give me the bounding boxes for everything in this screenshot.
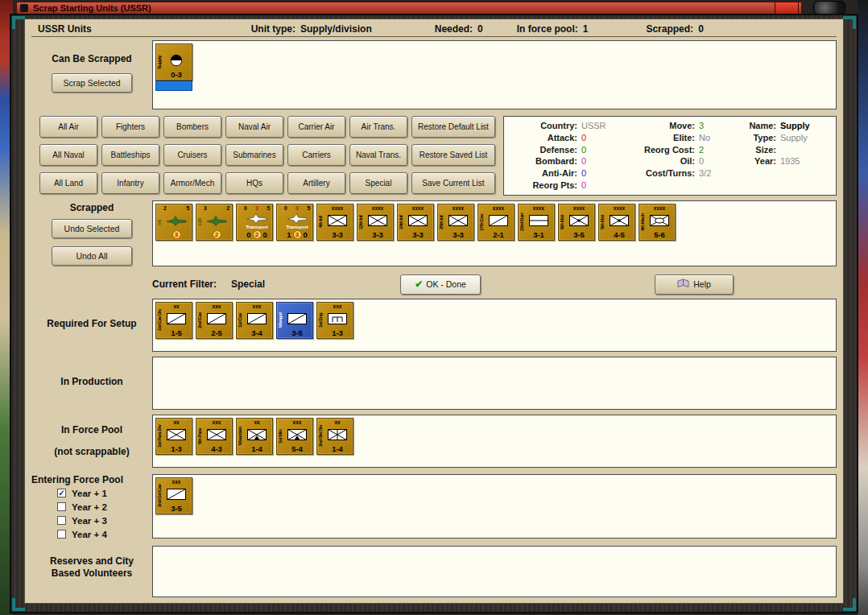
unit-14th-inf[interactable]: 14th Infxxxx3-3 [397, 204, 434, 241]
filter-button-infantry[interactable]: Infantry [101, 172, 159, 194]
unit-transport[interactable]: 035Transport130 [276, 204, 313, 241]
filter-button-all-land[interactable]: All Land [39, 172, 97, 194]
unit-counter[interactable]: 25th Infxxxx3-3 [437, 204, 474, 241]
checkbox-year-3[interactable]: Year + 3 [57, 514, 107, 527]
unit-counter[interactable]: 2nd Cavxxx2-5 [196, 302, 233, 339]
unit-counter[interactable]: 1st Engxxx1-3 [316, 302, 353, 339]
strength-badge: 3 [293, 230, 302, 239]
unit-counter[interactable]: 1st Mtnxxx5-4 [276, 418, 313, 455]
unit-counter[interactable]: 5th Motxxxx4-5 [598, 204, 635, 241]
unit-2nd-cav[interactable]: 2nd Cavxxx2-5 [196, 302, 233, 339]
unit-4th-inf[interactable]: 4th Infxxxx3-3 [316, 204, 353, 241]
filter-button-bombers[interactable]: Bombers [163, 116, 221, 138]
unit-mountain[interactable]: Mountainxx1-4 [236, 418, 273, 455]
unit-i-15[interactable]: I-15322 [196, 204, 233, 241]
checkbox-year-4[interactable]: Year + 4 [57, 527, 107, 541]
unit-17th-cav[interactable]: 17th Cavxxxx2-1 [477, 204, 515, 241]
unit-counter[interactable]: 4th Mechxxxx5-6 [639, 204, 676, 241]
unit-strength: 1-5 [171, 328, 182, 337]
unit-counter[interactable]: 23rd Garrxxxx3-1 [518, 204, 555, 241]
window-menu-icon[interactable] [20, 4, 28, 12]
unit-counter[interactable]: 1st Para Divxx1-3 [155, 418, 192, 455]
unit-counter[interactable]: Supply0-3 [155, 43, 192, 80]
unit-counter[interactable]: 1st Cav Divxx1-5 [155, 302, 192, 339]
unit-6th-mot[interactable]: 6th Motxxxx3-5 [558, 204, 595, 241]
unit-i-5[interactable]: I-5253 [155, 204, 192, 241]
transport-symbol-icon [283, 212, 311, 225]
unit-1st-para-div[interactable]: 1st Para Divxx1-3 [155, 418, 192, 455]
checkbox-box[interactable] [57, 530, 66, 539]
unit-counter[interactable]: 12th Infxxxx3-3 [357, 204, 394, 241]
filter-button-hqs[interactable]: HQs [225, 172, 283, 194]
checkbox-box[interactable] [57, 516, 66, 525]
info-label: Move: [615, 120, 695, 132]
checkbox-box[interactable]: ✓ [57, 489, 66, 497]
unit-5th-para[interactable]: 5th Paraxxx4-3 [196, 418, 233, 455]
unit-counter[interactable]: Mountainxx1-4 [236, 418, 273, 455]
unit-counter[interactable]: 2nd Ski Divxx1-4 [316, 418, 353, 455]
filter-button-naval-trans[interactable]: Naval Trans. [349, 144, 407, 166]
filter-button-armor-mech[interactable]: Armor/Mech [163, 172, 221, 194]
filter-button-naval-air[interactable]: Naval Air [225, 116, 283, 138]
undo-selected-button[interactable]: Undo Selected [52, 219, 132, 238]
unit-name: 23rd Garr [519, 205, 525, 239]
unit-mongol[interactable]: Mongol3-5 [276, 302, 313, 339]
scrap-selected-button[interactable]: Scrap Selected [52, 73, 132, 93]
filter-button-cruisers[interactable]: Cruisers [163, 144, 221, 166]
filter-button-fighters[interactable]: Fighters [101, 116, 159, 138]
checkbox-box[interactable] [57, 502, 66, 511]
unit-1st-cav[interactable]: 1st Cavxxx3-4 [236, 302, 273, 339]
unit-counter[interactable]: 2nd Gd Cavxxx3-5 [155, 477, 192, 514]
unit-2nd-ski-div[interactable]: 2nd Ski Divxx1-4 [316, 418, 353, 455]
unit-counter[interactable]: 17th Cavxxxx2-1 [477, 204, 515, 241]
unit-counter[interactable]: Mongol3-5 [276, 302, 313, 339]
unit-counter[interactable]: 035Transport130 [276, 204, 313, 241]
filter-button-artillery[interactable]: Artillery [287, 172, 345, 194]
filter-button-save-current-list[interactable]: Save Current List [411, 172, 495, 194]
filter-button-all-air[interactable]: All Air [39, 116, 97, 138]
unit-counter[interactable]: I-5253 [155, 204, 192, 241]
unit-counter[interactable]: I-15322 [196, 204, 233, 241]
filter-button-restore-default-list[interactable]: Restore Default List [411, 116, 495, 138]
filter-button-carrier-air[interactable]: Carrier Air [287, 116, 345, 138]
unit-4th-mech[interactable]: 4th Mechxxxx5-6 [639, 204, 676, 241]
ok-done-button[interactable]: ✔ OK - Done [400, 274, 481, 295]
unit-12th-inf[interactable]: 12th Infxxxx3-3 [357, 204, 394, 241]
checkbox-year-2[interactable]: Year + 2 [57, 500, 107, 514]
titlebar[interactable]: Scrap Starting Units (USSR) [16, 2, 802, 14]
year-checkbox-group: ✓Year + 1Year + 2Year + 3Year + 4 [31, 486, 107, 541]
unit-5th-mot[interactable]: 5th Motxxxx4-5 [598, 204, 635, 241]
unit-counter[interactable]: 4th Infxxxx3-3 [316, 204, 353, 241]
unit-1st-cav-div[interactable]: 1st Cav Divxx1-5 [155, 302, 192, 339]
checkbox-year-1[interactable]: ✓Year + 1 [57, 486, 107, 500]
unit-1st-eng[interactable]: 1st Engxxx1-3 [316, 302, 353, 339]
header-force-pool-value: 1 [583, 23, 589, 35]
unit-1st-mtn[interactable]: 1st Mtnxxx5-4 [276, 418, 313, 455]
filter-button-battleships[interactable]: Battleships [101, 144, 159, 166]
help-button[interactable]: Help [655, 274, 734, 295]
unit-23rd-garr[interactable]: 23rd Garrxxxx3-1 [518, 204, 555, 241]
unit-strength: 2 [213, 229, 221, 239]
unit-counter[interactable]: 1st Cavxxx3-4 [236, 302, 273, 339]
unit-name: 2nd Gd Cav [156, 479, 163, 513]
scrapped-panel: I-5253I-15322035Transport020035Transport… [152, 200, 837, 266]
undo-all-button[interactable]: Undo All [52, 246, 132, 266]
unit-counter[interactable]: 6th Motxxxx3-5 [558, 204, 595, 241]
fighter-symbol-icon [203, 212, 230, 229]
unit-transport[interactable]: 035Transport020 [236, 204, 273, 241]
ski-symbol-icon [324, 426, 351, 444]
filter-button-all-naval[interactable]: All Naval [39, 144, 97, 166]
unit-25th-inf[interactable]: 25th Infxxxx3-3 [437, 204, 474, 241]
filter-button-carriers[interactable]: Carriers [287, 144, 345, 166]
filter-button-air-trans[interactable]: Air Trans. [349, 116, 407, 138]
info-row-defense: Defense:0 [509, 144, 612, 156]
close-button[interactable] [775, 2, 799, 14]
unit-supply[interactable]: Supply0-3 [155, 43, 192, 91]
unit-counter[interactable]: 035Transport020 [236, 204, 273, 241]
filter-button-restore-saved-list[interactable]: Restore Saved List [411, 144, 495, 166]
unit-2nd-gd-cav[interactable]: 2nd Gd Cavxxx3-5 [155, 477, 192, 514]
filter-button-special[interactable]: Special [349, 172, 407, 194]
unit-counter[interactable]: 5th Paraxxx4-3 [196, 418, 233, 455]
unit-counter[interactable]: 14th Infxxxx3-3 [397, 204, 434, 241]
filter-button-submarines[interactable]: Submarines [225, 144, 283, 166]
